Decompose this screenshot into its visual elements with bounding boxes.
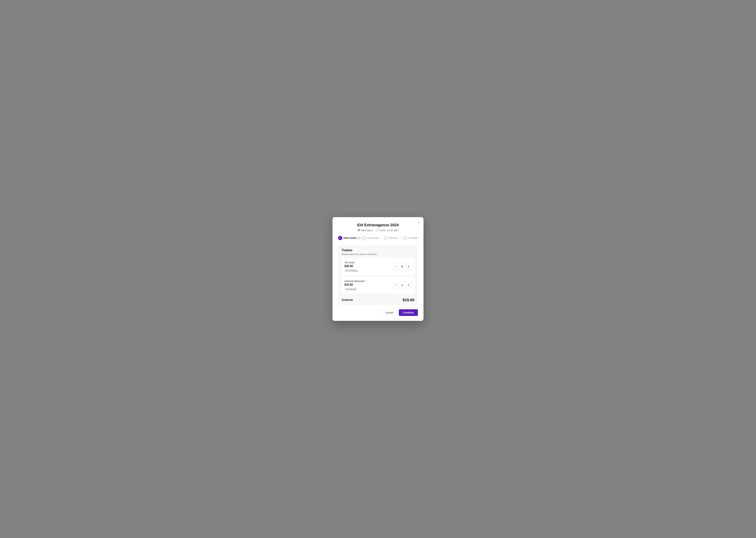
continue-button[interactable]: Continue (399, 309, 418, 316)
vip-qty-control: − 0 + (393, 263, 412, 270)
vip-ticket-price: $32.00 (344, 265, 393, 268)
calendar-icon: 📅 (357, 229, 360, 232)
general-qty-value: 1 (399, 282, 405, 288)
subtotal-row: Subtotal $15.00 (342, 296, 414, 302)
general-ticket-price: $15.00 (344, 283, 393, 286)
connector-2-3 (380, 238, 383, 238)
step-2-circle: 2 (362, 236, 366, 240)
tickets-title: Tickets (342, 248, 414, 252)
time-meta: 🕐 10:00 - 21:00 GMT (376, 229, 399, 232)
modal-footer: Cancel Continue (338, 309, 418, 316)
vip-ticket-item: VIP entry $32.00 10 remaining − 0 + (342, 258, 414, 275)
cancel-button[interactable]: Cancel (382, 309, 397, 316)
connector-3-4 (399, 238, 402, 238)
modal-title: Eid Extravaganza 2024 (338, 223, 418, 227)
tickets-subtitle: Please select the amount of tickets. (342, 253, 414, 255)
vip-ticket-info: VIP entry $32.00 10 remaining (344, 261, 393, 272)
tickets-section: Tickets Please select the amount of tick… (338, 245, 418, 305)
step-1-circle: 1 (338, 236, 342, 240)
connector-1-2 (358, 238, 361, 238)
date-meta: 📅 Wed, Mar 8 (357, 229, 373, 232)
step-2-label: Your details (367, 237, 379, 239)
ticket-modal: × Eid Extravaganza 2024 📅 Wed, Mar 8 🕐 1… (333, 217, 423, 321)
step-1-label: Select tickets (343, 237, 357, 239)
general-qty-increase[interactable]: + (405, 282, 411, 288)
step-3-label: Payment (389, 237, 398, 239)
general-ticket-item: General admission $15.00 8 remaining − 1… (342, 277, 414, 293)
general-qty-control: − 1 + (393, 282, 412, 288)
vip-qty-value: 0 (399, 264, 405, 270)
subtotal-label: Subtotal (342, 298, 353, 301)
step-2: 2 Your details (362, 236, 379, 240)
vip-qty-increase[interactable]: + (405, 264, 411, 270)
modal-meta: 📅 Wed, Mar 8 🕐 10:00 - 21:00 GMT (338, 229, 418, 232)
clock-icon: 🕐 (376, 229, 379, 232)
step-3-circle: 3 (384, 236, 388, 240)
step-4: 4 Complete (403, 236, 418, 240)
event-date: Wed, Mar 8 (361, 229, 373, 232)
step-4-label: Complete (408, 237, 418, 239)
tickets-header: Tickets Please select the amount of tick… (342, 248, 414, 255)
subtotal-value: $15.00 (403, 298, 414, 302)
general-ticket-name: General admission (344, 280, 393, 283)
stepper: 1 Select tickets 2 Your details 3 Paymen… (338, 236, 418, 241)
general-ticket-info: General admission $15.00 8 remaining (344, 280, 393, 291)
event-time: 10:00 - 21:00 GMT (380, 229, 399, 232)
general-ticket-remaining: 8 remaining (344, 288, 357, 291)
step-1: 1 Select tickets (338, 236, 357, 240)
step-4-circle: 4 (403, 236, 407, 240)
step-3: 3 Payment (384, 236, 398, 240)
vip-ticket-remaining: 10 remaining (344, 269, 358, 272)
general-qty-decrease[interactable]: − (393, 282, 399, 288)
vip-ticket-name: VIP entry (344, 261, 393, 264)
close-button[interactable]: × (417, 220, 421, 225)
vip-qty-decrease[interactable]: − (393, 264, 399, 270)
